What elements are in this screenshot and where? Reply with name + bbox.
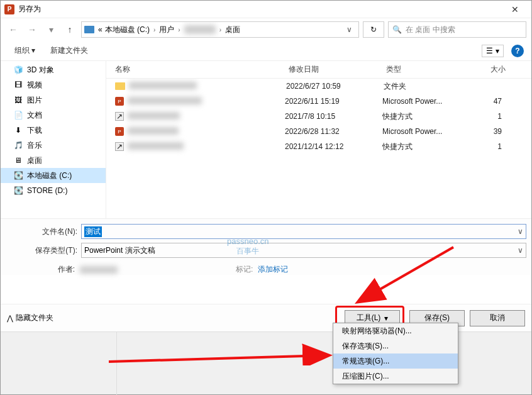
menu-item[interactable]: 压缩图片(C)... bbox=[333, 369, 458, 384]
menu-item[interactable]: 映射网络驱动器(N)... bbox=[333, 323, 458, 338]
folder-icon bbox=[115, 82, 125, 90]
search-placeholder: 在 桌面 中搜索 bbox=[406, 25, 455, 35]
breadcrumb-dropdown-icon[interactable]: ∨ bbox=[343, 25, 356, 34]
file-date: 2022/6/11 15:19 bbox=[285, 97, 382, 106]
chevron-icon: › bbox=[177, 26, 181, 33]
chevron-icon: › bbox=[152, 26, 157, 33]
sidebar-item-label: 视频 bbox=[27, 80, 42, 91]
doc-icon: 📄 bbox=[13, 110, 23, 120]
file-row[interactable]: ↗ 2021/7/8 10:15 快捷方式 1 bbox=[106, 109, 531, 124]
titlebar: P 另存为 ✕ bbox=[1, 1, 531, 18]
file-size: 47 bbox=[470, 97, 508, 106]
menu-item[interactable]: 保存选项(S)... bbox=[333, 338, 458, 353]
sidebar-item-label: 本地磁盘 (C:) bbox=[27, 170, 72, 181]
add-tag-link[interactable]: 添加标记 bbox=[258, 264, 288, 275]
chevron-down-icon: ▾ bbox=[384, 314, 388, 323]
file-date: 2021/7/8 10:15 bbox=[285, 112, 382, 121]
file-type: 快捷方式 bbox=[382, 142, 470, 152]
tools-menu: 映射网络驱动器(N)...保存选项(S)...常规选项(G)...压缩图片(C)… bbox=[333, 323, 458, 384]
file-name bbox=[129, 82, 286, 91]
dl-icon: ⬇ bbox=[13, 125, 23, 135]
bc-seg-1[interactable]: 本地磁盘 (C:) bbox=[105, 25, 150, 35]
file-date: 2022/6/27 10:59 bbox=[286, 82, 384, 91]
filename-value: 测试 bbox=[84, 226, 102, 237]
body: 🧊3D 对象🎞视频🖼图片📄文档⬇下载🎵音乐🖥桌面💽本地磁盘 (C:)💽STORE… bbox=[1, 61, 531, 218]
file-size: 1 bbox=[470, 142, 508, 151]
help-button[interactable]: ? bbox=[511, 45, 524, 57]
sidebar-item[interactable]: 🖥桌面 bbox=[1, 153, 106, 168]
filename-label: 文件名(N): bbox=[6, 226, 81, 237]
filetype-select[interactable]: PowerPoint 演示文稿 ∨ bbox=[81, 243, 526, 258]
filetype-value: PowerPoint 演示文稿 bbox=[84, 245, 155, 256]
hide-folders-toggle[interactable]: ⋀ 隐藏文件夹 bbox=[7, 313, 53, 323]
col-size[interactable]: 大小 bbox=[474, 64, 512, 75]
sidebar-item[interactable]: 🧊3D 对象 bbox=[1, 62, 106, 77]
chevron-down-icon[interactable]: ∨ bbox=[514, 246, 523, 255]
file-date: 2021/12/14 12:12 bbox=[285, 142, 382, 151]
sidebar-item[interactable]: 💽本地磁盘 (C:) bbox=[1, 168, 106, 183]
nav-row: ← → ▾ ↑ « 本地磁盘 (C:) › 用户 › › 桌面 ∨ ↻ 🔍 在 … bbox=[1, 18, 531, 41]
3d-icon: 🧊 bbox=[13, 65, 23, 75]
menu-item[interactable]: 常规选项(G)... bbox=[333, 353, 458, 369]
sidebar-item-label: 音乐 bbox=[27, 140, 42, 151]
filename-input[interactable]: 测试 ∨ bbox=[81, 224, 526, 239]
file-date: 2022/6/28 11:32 bbox=[285, 127, 382, 136]
close-button[interactable]: ✕ bbox=[502, 1, 528, 18]
refresh-button[interactable]: ↻ bbox=[363, 21, 384, 38]
search-input[interactable]: 🔍 在 桌面 中搜索 bbox=[388, 21, 526, 38]
back-button[interactable]: ← bbox=[6, 22, 21, 37]
file-row[interactable]: 2022/6/27 10:59 文件夹 bbox=[106, 79, 531, 94]
column-headers: 名称 修改日期 类型 大小 bbox=[106, 61, 531, 79]
sidebar-item[interactable]: 🎵音乐 bbox=[1, 138, 106, 153]
file-type: Microsoft Power... bbox=[382, 127, 470, 136]
chevron-icon: › bbox=[218, 26, 223, 33]
sidebar-item[interactable]: 🎞视频 bbox=[1, 77, 106, 92]
sidebar-item-label: 图片 bbox=[27, 95, 42, 106]
file-type: 快捷方式 bbox=[382, 111, 470, 122]
drive-icon bbox=[84, 26, 94, 33]
sidebar-item[interactable]: 🖼图片 bbox=[1, 92, 106, 108]
file-row[interactable]: ↗ 2021/12/14 12:12 快捷方式 1 bbox=[106, 139, 531, 154]
forward-button[interactable]: → bbox=[25, 22, 40, 37]
sidebar-item[interactable]: 📄文档 bbox=[1, 108, 106, 123]
filename-dropdown-icon[interactable]: ∨ bbox=[514, 227, 523, 236]
file-row[interactable]: P 2022/6/11 15:19 Microsoft Power... 47 bbox=[106, 94, 531, 109]
bc-prefix: « bbox=[98, 25, 103, 34]
sidebar-item[interactable]: 💽STORE (D:) bbox=[1, 183, 106, 198]
bc-seg-2[interactable]: 用户 bbox=[159, 25, 174, 35]
filetype-label: 保存类型(T): bbox=[6, 245, 81, 256]
sidebar-item-label: 桌面 bbox=[27, 155, 42, 166]
view-mode-dropdown[interactable]: ☰ ▾ bbox=[482, 45, 504, 57]
file-name bbox=[128, 127, 285, 136]
author-label: 作者: bbox=[43, 264, 75, 275]
file-size: 39 bbox=[470, 127, 508, 136]
lnk-icon: ↗ bbox=[115, 112, 124, 121]
chevron-down-icon: ▾ bbox=[496, 47, 499, 55]
video-icon: 🎞 bbox=[13, 80, 23, 90]
author-value[interactable] bbox=[80, 266, 118, 274]
file-type: 文件夹 bbox=[384, 81, 472, 92]
lnk-icon: ↗ bbox=[115, 142, 124, 151]
bc-seg-redacted[interactable] bbox=[184, 25, 216, 34]
file-name bbox=[128, 112, 285, 121]
drive-icon: 💽 bbox=[13, 170, 23, 181]
file-row[interactable]: P 2022/6/28 11:32 Microsoft Power... 39 bbox=[106, 124, 531, 139]
breadcrumb[interactable]: « 本地磁盘 (C:) › 用户 › › 桌面 ∨ bbox=[81, 21, 359, 38]
toolbar: 组织 ▾ 新建文件夹 ☰ ▾ ? bbox=[1, 41, 531, 61]
organize-button[interactable]: 组织 ▾ bbox=[8, 43, 42, 58]
bc-seg-4[interactable]: 桌面 bbox=[225, 25, 240, 35]
new-folder-button[interactable]: 新建文件夹 bbox=[44, 43, 94, 58]
up-button[interactable]: ↑ bbox=[62, 22, 77, 37]
sidebar-item-label: 下载 bbox=[27, 125, 42, 136]
col-type[interactable]: 类型 bbox=[386, 64, 474, 75]
sidebar-item[interactable]: ⬇下载 bbox=[1, 123, 106, 138]
cancel-button[interactable]: 取消 bbox=[470, 310, 525, 326]
music-icon: 🎵 bbox=[13, 140, 23, 150]
file-type: Microsoft Power... bbox=[382, 97, 470, 106]
recent-dd[interactable]: ▾ bbox=[43, 22, 58, 37]
file-name bbox=[128, 97, 285, 106]
col-name[interactable]: 名称 bbox=[106, 64, 289, 75]
col-date[interactable]: 修改日期 bbox=[289, 64, 386, 75]
sidebar-item-label: 3D 对象 bbox=[27, 65, 54, 75]
pic-icon: 🖼 bbox=[13, 95, 23, 105]
